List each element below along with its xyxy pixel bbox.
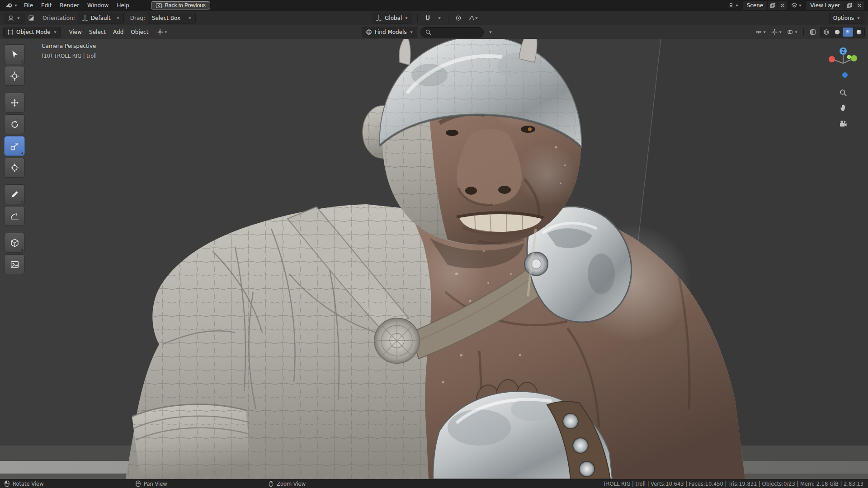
3d-viewport[interactable]: Camera Perspective (10) TROLL RIG | trol… <box>0 39 868 479</box>
pen-icon <box>10 190 19 199</box>
snap-toggle[interactable] <box>423 13 433 23</box>
menu-help[interactable]: Help <box>113 1 132 10</box>
view-layer-selector: View Layer <box>806 0 864 10</box>
hint-label: Rotate View <box>13 481 44 487</box>
tool-annotate[interactable] <box>4 184 25 204</box>
show-overlays-dropdown[interactable] <box>786 29 799 35</box>
snap-settings-dropdown[interactable] <box>436 13 443 23</box>
tool-scale[interactable] <box>4 136 25 156</box>
troll-model-scene[interactable] <box>0 39 868 479</box>
drag-dropdown[interactable]: Select Box <box>148 13 196 23</box>
transform-pivot-dropdown[interactable] <box>156 29 169 35</box>
gizmo-neg-z-axis[interactable] <box>842 72 848 78</box>
menu-render[interactable]: Render <box>56 1 83 10</box>
menu-window[interactable]: Window <box>84 1 112 10</box>
tool-group-gap <box>4 228 25 231</box>
blender-app-menu[interactable] <box>4 2 19 9</box>
object-visibility-dropdown[interactable] <box>754 29 768 35</box>
cursor-icon <box>10 50 19 59</box>
new-scene-button[interactable] <box>767 1 777 10</box>
editor-type-dropdown[interactable] <box>4 13 24 23</box>
back-to-previous-button[interactable]: Back to Previous <box>151 1 210 9</box>
zoom-icon <box>839 89 847 97</box>
options-label: Options <box>833 15 854 21</box>
tool-select-box[interactable] <box>4 44 25 64</box>
chevron-down-icon <box>14 4 18 7</box>
delete-scene-button[interactable] <box>777 1 787 10</box>
orientation-dropdown[interactable]: Default <box>78 13 124 23</box>
navigation-gizmo[interactable]: Z <box>825 45 861 81</box>
proportional-falloff-dropdown[interactable] <box>467 13 480 23</box>
shading-rendered-button[interactable] <box>854 28 864 37</box>
chevron-down-icon <box>798 4 802 7</box>
viewport-zoom-button[interactable] <box>838 88 848 98</box>
proportional-editing-toggle[interactable] <box>453 13 463 23</box>
toggle-camera-view-button[interactable] <box>838 119 848 129</box>
menu-add[interactable]: Add <box>109 28 127 37</box>
remove-view-layer-button[interactable] <box>854 1 864 10</box>
overlays-icon <box>787 29 793 35</box>
subtool-indicator <box>21 249 23 251</box>
viewport-object-label: (10) TROLL RIG | troll <box>42 53 97 59</box>
blender-logo-icon <box>5 2 13 9</box>
tool-rotate[interactable] <box>4 114 25 134</box>
mode-dropdown[interactable]: Object Mode <box>3 27 61 38</box>
show-gizmo-dropdown[interactable] <box>770 29 783 35</box>
3d-viewport-editor-icon <box>8 15 14 21</box>
tool-add-cube[interactable] <box>4 233 25 253</box>
browse-view-layer-dropdown[interactable] <box>790 2 803 9</box>
find-models-group: Find Models <box>362 25 494 39</box>
menu-file[interactable]: File <box>20 1 37 10</box>
material-sphere-icon <box>845 29 851 35</box>
camera-icon <box>839 120 847 128</box>
scene-statistics: TROLL RIG | troll | Verts:10,643 | Faces… <box>603 479 863 488</box>
shading-solid-button[interactable] <box>832 28 842 37</box>
menu-edit[interactable]: Edit <box>38 1 55 10</box>
separator <box>417 14 418 22</box>
orientation-globe-icon <box>376 15 382 21</box>
falloff-curve-icon <box>468 15 475 21</box>
hint-label: Pan View <box>144 481 167 487</box>
search-icon <box>425 29 431 35</box>
wireframe-sphere-icon <box>823 29 830 35</box>
separator <box>448 14 448 22</box>
shading-wireframe-button[interactable] <box>821 28 831 37</box>
transform-orientation-dropdown[interactable]: Global <box>372 13 412 23</box>
back-arrow-icon <box>156 2 162 9</box>
find-models-dropdown[interactable]: Find Models <box>362 27 417 38</box>
gizmo-x-axis[interactable] <box>829 56 835 62</box>
menu-select[interactable]: Select <box>85 28 109 37</box>
search-options-dropdown[interactable] <box>487 27 494 37</box>
tool-move[interactable] <box>4 93 25 113</box>
model-search-input[interactable] <box>434 28 479 36</box>
viewport-pan-button[interactable] <box>838 103 848 113</box>
chevron-down-icon <box>763 30 766 34</box>
gizmo-y-axis[interactable] <box>851 55 857 61</box>
browse-scene-dropdown[interactable] <box>726 2 740 9</box>
menu-object[interactable]: Object <box>127 28 152 37</box>
tool-texture[interactable] <box>4 254 25 274</box>
tool-measure[interactable] <box>4 206 25 226</box>
toggle-xray-button[interactable] <box>808 27 818 37</box>
chevron-down-icon <box>188 16 192 20</box>
chevron-down-icon <box>794 30 798 34</box>
chevron-down-icon <box>475 16 478 20</box>
tool-cursor[interactable] <box>4 66 25 86</box>
menu-view[interactable]: View <box>66 28 85 37</box>
options-dropdown[interactable]: Options <box>829 13 864 23</box>
mouse-scroll-icon <box>269 480 274 487</box>
tool-settings-bar: Orientation: Default Drag: Select Box Gl… <box>0 11 868 25</box>
shading-mode-group <box>820 27 865 38</box>
hint-rotate-view: Rotate View <box>5 479 44 488</box>
shading-material-button[interactable] <box>843 28 853 37</box>
new-view-layer-button[interactable] <box>844 1 854 10</box>
gizmo-y-dot <box>847 55 851 59</box>
chevron-down-icon <box>53 30 57 34</box>
hint-zoom-view: Zoom View <box>269 479 306 488</box>
view-layer-name[interactable]: View Layer <box>806 2 844 9</box>
view-layer-icon <box>791 2 797 9</box>
tool-transform[interactable] <box>4 158 25 178</box>
status-bar: Rotate View Pan View Zoom View TROLL RIG… <box>0 479 868 488</box>
scene-name[interactable]: Scene <box>743 2 768 9</box>
transform-icon <box>10 163 19 173</box>
